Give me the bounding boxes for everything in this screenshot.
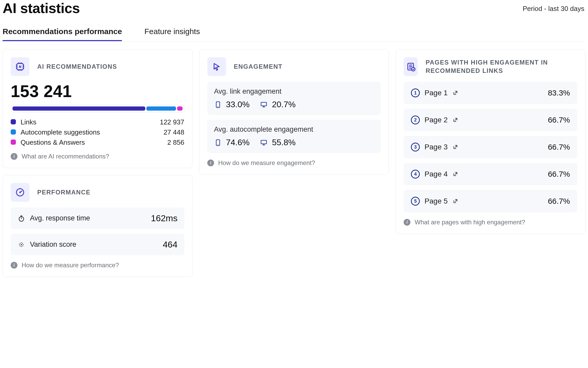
card-title: PAGES WITH HIGH ENGAGEMENT IN RECOMMENDE… [426, 58, 577, 75]
help-text: What are pages with high engagement? [415, 219, 525, 226]
segment-links [12, 106, 145, 111]
variation-score-value: 464 [163, 239, 178, 250]
legend-value: 27 448 [164, 128, 184, 136]
metric-link-mobile: 33.0% [214, 100, 250, 109]
legend-value: 2 856 [167, 138, 184, 147]
mobile-icon [214, 139, 222, 147]
external-link-icon [452, 90, 459, 96]
page-title: AI statistics [3, 0, 80, 16]
page-row-4[interactable]: 4 Page 4 66.7% [404, 163, 577, 185]
page-name: Page 4 [424, 170, 448, 178]
card-title: PERFORMANCE [37, 188, 91, 196]
page-pct: 66.7% [548, 197, 570, 206]
gauge-icon [11, 183, 29, 202]
rank-badge: 4 [411, 170, 420, 179]
page-row-2[interactable]: 2 Page 2 66.7% [404, 109, 577, 131]
card-title: AI RECOMMENDATIONS [37, 62, 117, 71]
metric-label: Variation score [30, 240, 76, 249]
response-time-value: 162ms [151, 213, 178, 223]
metric-autocomplete-mobile: 74.6% [214, 138, 250, 147]
panel-title: Avg. autocomplete engagement [214, 125, 374, 134]
desktop-icon [260, 139, 268, 147]
panel-link-engagement: Avg. link engagement 33.0% 20.7% [207, 82, 381, 115]
legend-value: 122 937 [160, 118, 184, 126]
card-performance: PERFORMANCE Avg. response time 162ms Var… [3, 175, 192, 277]
autocomplete-engagement-desktop: 55.8% [272, 138, 296, 147]
rank-badge: 5 [411, 197, 420, 206]
legend-label: Autocomplete suggestions [21, 128, 100, 136]
legend-label: Questions & Answers [21, 138, 85, 146]
info-icon: i [207, 160, 214, 166]
tab-feature-insights[interactable]: Feature insights [144, 19, 200, 41]
help-text: What are AI recommendations? [22, 153, 109, 160]
ai-recs-total: 153 241 [11, 82, 184, 101]
page-row-1[interactable]: 1 Page 1 83.3% [404, 82, 577, 104]
ai-recs-breakdown-bar [11, 105, 184, 112]
legend-dot-links [11, 119, 16, 124]
legend-row-autocomplete: Autocomplete suggestions 27 448 [11, 128, 184, 136]
segment-autocomplete [146, 106, 176, 111]
help-ai-recommendations[interactable]: i What are AI recommendations? [11, 153, 184, 160]
document-check-icon [404, 57, 418, 76]
info-icon: i [11, 153, 17, 160]
metric-autocomplete-desktop: 55.8% [260, 138, 296, 147]
rank-badge: 3 [411, 143, 420, 151]
panel-autocomplete-engagement: Avg. autocomplete engagement 74.6% 55.8% [207, 120, 381, 153]
rank-badge: 2 [411, 116, 420, 124]
page-name: Page 1 [424, 89, 448, 97]
panel-variation-score: Variation score 464 [11, 234, 184, 255]
page-name: Page 5 [424, 197, 448, 205]
card-ai-recommendations: AI RECOMMENDATIONS 153 241 Links 122 937… [3, 49, 192, 168]
legend-label: Links [21, 118, 36, 126]
link-engagement-mobile: 33.0% [226, 100, 250, 109]
page-name: Page 3 [424, 143, 448, 151]
help-performance[interactable]: i How do we measure performance? [11, 262, 184, 269]
page-pct: 66.7% [548, 143, 570, 151]
legend-dot-qa [11, 139, 16, 145]
rank-badge: 1 [411, 88, 420, 97]
card-engagement: ENGAGEMENT Avg. link engagement 33.0% 20… [199, 49, 389, 175]
mobile-icon [214, 101, 222, 109]
external-link-icon [452, 144, 459, 150]
chip-icon [11, 57, 29, 76]
help-text: How do we measure performance? [22, 262, 119, 269]
page-name: Page 2 [424, 116, 448, 124]
variation-icon [17, 241, 25, 249]
help-engagement[interactable]: i How do we measure engagement? [207, 159, 381, 167]
ai-recs-legend: Links 122 937 Autocomplete suggestions 2… [11, 118, 184, 147]
legend-row-links: Links 122 937 [11, 118, 184, 126]
info-icon: i [11, 262, 17, 269]
card-pages-high-engagement: PAGES WITH HIGH ENGAGEMENT IN RECOMMENDE… [396, 49, 585, 234]
autocomplete-engagement-mobile: 74.6% [226, 138, 250, 147]
tab-recommendations-performance[interactable]: Recommendations performance [3, 19, 122, 41]
info-icon: i [404, 219, 410, 226]
desktop-icon [260, 101, 268, 109]
page-pct: 66.7% [548, 170, 570, 179]
card-title: ENGAGEMENT [234, 62, 283, 71]
help-pages[interactable]: i What are pages with high engagement? [404, 219, 577, 226]
page-pct: 66.7% [548, 116, 570, 124]
tab-bar: Recommendations performance Feature insi… [3, 19, 585, 41]
cursor-icon [207, 57, 226, 76]
external-link-icon [452, 171, 459, 177]
panel-response-time: Avg. response time 162ms [11, 207, 184, 229]
period-label: Period - last 30 days [523, 5, 584, 13]
page-row-5[interactable]: 5 Page 5 66.7% [404, 190, 577, 212]
stopwatch-icon [17, 214, 25, 222]
metric-link-desktop: 20.7% [260, 100, 296, 109]
legend-dot-autocomplete [11, 129, 16, 135]
panel-title: Avg. link engagement [214, 87, 374, 96]
external-link-icon [452, 117, 459, 123]
metric-label: Avg. response time [30, 214, 90, 222]
external-link-icon [452, 198, 459, 204]
page-pct: 83.3% [548, 88, 570, 97]
page-row-3[interactable]: 3 Page 3 66.7% [404, 136, 577, 158]
help-text: How do we measure engagement? [218, 159, 315, 167]
legend-row-qa: Questions & Answers 2 856 [11, 138, 184, 147]
link-engagement-desktop: 20.7% [272, 100, 296, 109]
segment-qa [177, 106, 183, 111]
